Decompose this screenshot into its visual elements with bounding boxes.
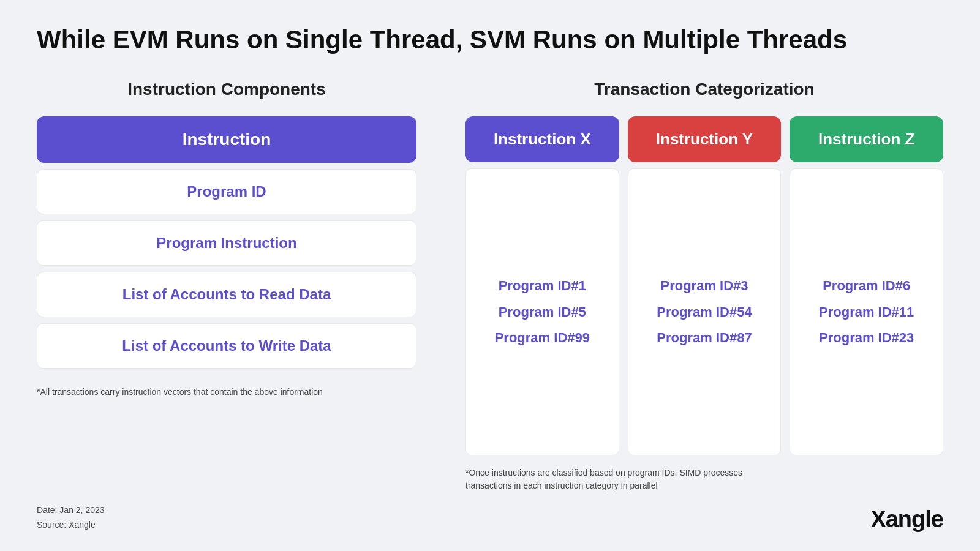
right-section-title: Transaction Categorization xyxy=(466,80,943,99)
component-program-instruction: Program Instruction xyxy=(37,220,417,266)
instruction-z-card: Instruction Z xyxy=(790,116,943,162)
pid-2-3: Program ID#87 xyxy=(657,329,752,348)
left-section-title: Instruction Components xyxy=(37,80,417,99)
page-title: While EVM Runs on Single Thread, SVM Run… xyxy=(37,24,943,55)
component-program-id: Program ID xyxy=(37,169,417,214)
program-ids-row: Program ID#1 Program ID#5 Program ID#99 … xyxy=(466,168,943,455)
program-id-cell-1: Program ID#1 Program ID#5 Program ID#99 xyxy=(466,168,619,455)
instruction-cards-row: Instruction X Instruction Y Instruction … xyxy=(466,116,943,162)
component-program-instruction-label: Program Instruction xyxy=(156,234,296,251)
source-label: Source: Xangle xyxy=(37,518,105,533)
instruction-y-label: Instruction Y xyxy=(656,130,753,148)
instruction-x-label: Instruction X xyxy=(494,130,591,148)
pid-3-3: Program ID#23 xyxy=(819,329,914,348)
pid-1-2: Program ID#5 xyxy=(499,303,586,322)
component-read-accounts-label: List of Accounts to Read Data xyxy=(123,286,331,302)
pid-3-2: Program ID#11 xyxy=(819,303,914,322)
right-footnote-line1: *Once instructions are classified based … xyxy=(466,468,742,478)
component-read-accounts: List of Accounts to Read Data xyxy=(37,272,417,317)
right-section: Transaction Categorization Instruction X… xyxy=(417,80,943,492)
date-label: Date: Jan 2, 2023 xyxy=(37,503,105,518)
left-section: Instruction Components Instruction Progr… xyxy=(37,80,417,492)
program-id-cell-3: Program ID#6 Program ID#11 Program ID#23 xyxy=(790,168,943,455)
pid-2-1: Program ID#3 xyxy=(660,277,748,296)
bottom-meta: Date: Jan 2, 2023 Source: Xangle xyxy=(37,503,105,533)
pid-3-1: Program ID#6 xyxy=(823,277,910,296)
instruction-z-label: Instruction Z xyxy=(818,130,914,148)
bottom-bar: Date: Jan 2, 2023 Source: Xangle Xangle xyxy=(37,503,943,533)
instruction-box: Instruction xyxy=(37,116,417,163)
right-footnote-line2: transactions in each instruction categor… xyxy=(466,481,658,490)
right-footnote: *Once instructions are classified based … xyxy=(466,467,833,492)
component-write-accounts: List of Accounts to Write Data xyxy=(37,323,417,369)
component-write-accounts-label: List of Accounts to Write Data xyxy=(122,337,331,354)
pid-2-2: Program ID#54 xyxy=(657,303,752,322)
instruction-y-card: Instruction Y xyxy=(628,116,782,162)
left-footnote: *All transactions carry instruction vect… xyxy=(37,386,417,399)
pid-1-3: Program ID#99 xyxy=(495,329,590,348)
pid-1-1: Program ID#1 xyxy=(499,277,586,296)
program-id-cell-2: Program ID#3 Program ID#54 Program ID#87 xyxy=(628,168,782,455)
instruction-label: Instruction xyxy=(183,130,271,149)
instruction-x-card: Instruction X xyxy=(466,116,619,162)
component-program-id-label: Program ID xyxy=(187,183,266,200)
xangle-logo: Xangle xyxy=(870,506,943,533)
